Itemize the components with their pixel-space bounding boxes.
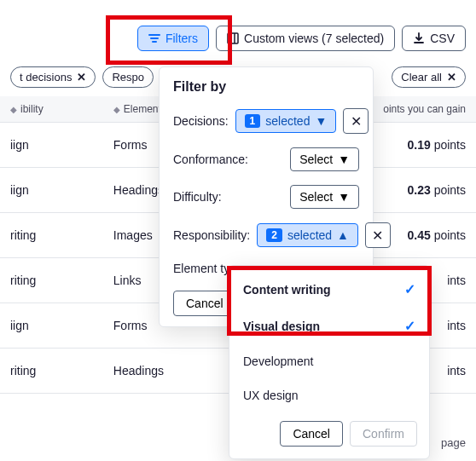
download-icon [413, 32, 425, 44]
clear-all-button[interactable]: Clear all ✕ [392, 66, 466, 88]
chevron-down-icon: ▼ [338, 190, 350, 204]
option-label: Development [243, 354, 314, 368]
filter-icon [148, 33, 160, 43]
option-label: Visual design [243, 320, 320, 333]
option-label: Content writing [243, 283, 331, 297]
sort-icon: ◆ [10, 105, 17, 114]
decisions-select[interactable]: 1 selected ▼ [235, 109, 337, 133]
cell-responsibility: iign [0, 168, 103, 213]
filter-row-responsibility: Responsibility: 2 selected ▲ ✕ [160, 216, 373, 255]
sort-icon: ◆ [113, 105, 120, 114]
difficulty-label: Difficulty: [173, 190, 222, 204]
option-label: UX design [243, 389, 299, 402]
svg-rect-0 [228, 33, 238, 43]
custom-views-button[interactable]: Custom views (7 selected) [216, 26, 395, 51]
cell-responsibility: iign [0, 123, 103, 168]
filters-label: Filters [165, 32, 198, 45]
cell-responsibility: iign [0, 303, 103, 349]
responsibility-option[interactable]: Development [229, 344, 429, 378]
selected-label: selected [265, 114, 310, 128]
close-icon: ✕ [77, 71, 86, 84]
resp-confirm-button[interactable]: Confirm [350, 421, 417, 447]
responsibility-select[interactable]: 2 selected ▲ [257, 223, 358, 247]
chip-decisions-label: t decisions [20, 71, 72, 84]
cell-responsibility: riting [0, 213, 103, 258]
responsibility-option[interactable]: Content writing✓ [229, 271, 429, 308]
decisions-label: Decisions: [173, 114, 229, 128]
decisions-count: 1 [245, 114, 261, 128]
responsibility-count: 2 [266, 228, 282, 242]
chevron-down-icon: ▼ [338, 153, 350, 166]
responsibility-label: Responsibility: [173, 228, 250, 242]
columns-icon [227, 32, 239, 44]
resp-cancel-button[interactable]: Cancel [280, 421, 343, 447]
close-icon: ✕ [447, 71, 456, 84]
chevron-up-icon: ▲ [337, 228, 349, 242]
chip-resp-label: Respo [112, 71, 144, 84]
check-icon: ✓ [404, 281, 415, 297]
csv-label: CSV [430, 32, 455, 45]
chip-decisions[interactable]: t decisions ✕ [10, 66, 96, 88]
chevron-down-icon: ▼ [315, 114, 327, 128]
responsibility-dropdown: Content writing✓Visual design✓Developmen… [229, 265, 430, 459]
col-responsibility[interactable]: ◆ibility [0, 96, 103, 123]
responsibility-clear[interactable]: ✕ [365, 222, 391, 248]
filter-row-difficulty: Difficulty: Select ▼ [160, 178, 373, 216]
toolbar: Filters Custom views (7 selected) CSV [0, 0, 476, 61]
filter-row-conformance: Conformance: Select ▼ [160, 141, 373, 178]
filter-row-decisions: Decisions: 1 selected ▼ ✕ [160, 101, 373, 141]
chip-responsibility[interactable]: Respo [102, 66, 154, 88]
popover-title: Filter by [160, 79, 373, 101]
cell-responsibility: riting [0, 258, 103, 303]
csv-button[interactable]: CSV [402, 26, 466, 51]
page-indicator: page [441, 436, 466, 449]
check-icon: ✓ [404, 318, 415, 334]
popover-cancel-button[interactable]: Cancel [173, 291, 236, 316]
responsibility-option[interactable]: UX design [229, 378, 429, 412]
selected-label: selected [287, 228, 332, 242]
decisions-clear[interactable]: ✕ [343, 108, 369, 134]
conformance-select[interactable]: Select ▼ [290, 147, 359, 171]
custom-views-label: Custom views (7 selected) [244, 32, 384, 45]
conformance-label: Conformance: [173, 153, 248, 166]
cell-responsibility: riting [0, 349, 103, 394]
responsibility-option[interactable]: Visual design✓ [229, 308, 429, 344]
difficulty-select[interactable]: Select ▼ [290, 185, 359, 209]
filters-button[interactable]: Filters [137, 26, 209, 51]
clear-all-label: Clear all [401, 71, 442, 84]
